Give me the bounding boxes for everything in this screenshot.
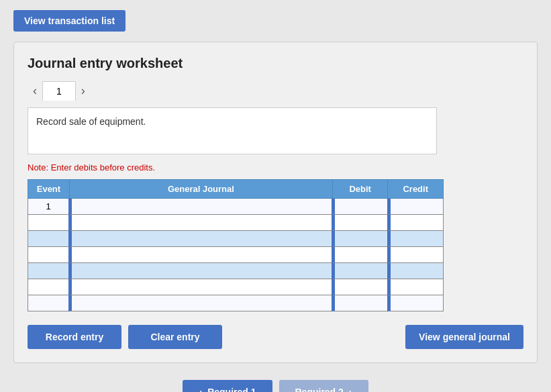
credit-input-3[interactable] [391,231,443,246]
credit-input-7[interactable] [391,295,443,311]
debit-input-5[interactable] [335,263,387,279]
credit-cell-4[interactable] [388,247,444,263]
credit-input-1[interactable] [391,199,443,214]
action-buttons: Record entry Clear entry View general jo… [28,325,523,349]
debit-input-6[interactable] [335,279,387,295]
debit-cell-4[interactable] [332,247,388,263]
journal-input-1[interactable] [72,199,332,214]
journal-cell-4[interactable] [69,247,332,263]
credit-cell-2[interactable] [388,215,444,231]
debit-input-1[interactable] [335,199,387,214]
prev-tab-button[interactable]: ‹ [28,83,42,99]
note-text: Note: Enter debits before credits. [28,162,523,173]
description-box: Record sale of equipment. [28,107,437,154]
table-row: 1 [28,199,444,215]
credit-cell-1[interactable] [388,199,444,215]
debit-cell-7[interactable] [332,295,388,311]
journal-cell-3[interactable] [69,231,332,247]
clear-entry-button[interactable]: Clear entry [128,325,222,349]
journal-cell-5[interactable] [69,263,332,279]
debit-cell-1[interactable] [332,199,388,215]
table-row [28,231,444,247]
required1-button[interactable]: ‹ Required 1 [183,380,272,392]
debit-input-4[interactable] [335,247,387,262]
next-arrow-icon: › [349,387,352,392]
credit-cell-3[interactable] [388,231,444,247]
credit-input-2[interactable] [391,215,443,230]
col-event: Event [28,180,70,199]
credit-cell-7[interactable] [388,295,444,311]
col-debit: Debit [332,180,388,199]
bottom-navigation: ‹ Required 1 Required 2 › [0,380,551,392]
table-row [28,247,444,263]
table-row [28,263,444,279]
event-cell-4 [28,247,70,263]
credit-cell-6[interactable] [388,279,444,295]
debit-input-2[interactable] [335,215,387,230]
credit-cell-5[interactable] [388,263,444,279]
top-bar: View transaction list [0,0,551,42]
table-row [28,295,444,311]
event-cell-3 [28,231,70,247]
credit-input-4[interactable] [391,247,443,262]
debit-cell-5[interactable] [332,263,388,279]
event-cell-7 [28,295,70,311]
journal-cell-1[interactable] [69,199,332,215]
next-tab-button[interactable]: › [76,83,91,99]
journal-input-3[interactable] [72,231,332,246]
tab-1[interactable]: 1 [42,81,76,101]
view-transaction-button[interactable]: View transaction list [13,10,126,32]
event-cell-6 [28,279,70,295]
journal-cell-7[interactable] [69,295,332,311]
credit-input-5[interactable] [391,263,443,279]
journal-input-6[interactable] [72,279,332,295]
event-cell-2 [28,215,70,231]
debit-cell-3[interactable] [332,231,388,247]
journal-cell-6[interactable] [69,279,332,295]
journal-input-7[interactable] [72,295,332,311]
journal-input-4[interactable] [72,247,332,262]
journal-input-2[interactable] [72,215,332,230]
view-general-journal-button[interactable]: View general journal [405,325,523,349]
journal-cell-2[interactable] [69,215,332,231]
required1-label: Required 1 [207,387,256,392]
debit-cell-2[interactable] [332,215,388,231]
debit-cell-6[interactable] [332,279,388,295]
journal-table: Event General Journal Debit Credit 1 [28,179,444,311]
debit-input-7[interactable] [335,295,387,311]
col-general-journal: General Journal [69,180,332,199]
prev-arrow-icon: ‹ [199,387,202,392]
main-container: Journal entry worksheet ‹ 1 › Record sal… [13,42,538,363]
table-row [28,215,444,231]
debit-input-3[interactable] [335,231,387,246]
record-entry-button[interactable]: Record entry [28,325,121,349]
credit-input-6[interactable] [391,279,443,295]
col-credit: Credit [388,180,444,199]
required2-button: Required 2 › [279,380,368,392]
event-cell-1: 1 [28,199,70,215]
event-cell-5 [28,263,70,279]
tab-navigation: ‹ 1 › [28,81,523,101]
journal-input-5[interactable] [72,263,332,279]
worksheet-title: Journal entry worksheet [28,56,523,71]
required2-label: Required 2 [295,387,344,392]
table-row [28,279,444,295]
